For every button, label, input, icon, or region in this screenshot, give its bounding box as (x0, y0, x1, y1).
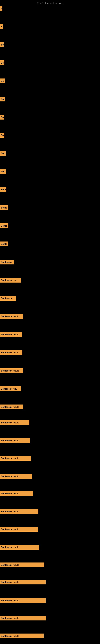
bar-label: Bottleneck result (0, 509, 38, 514)
bar-row: Bottleneck r (0, 296, 100, 301)
bar-row: Bottleneck result (0, 580, 100, 584)
bar-row: Bottleneck result (0, 420, 100, 425)
bar-row: Bottleneck result (0, 527, 100, 532)
bar-label: Bo (0, 42, 3, 47)
bar-label: Bottle (0, 242, 8, 246)
bar-row: B (0, 24, 100, 29)
bar-row: Bo (0, 78, 100, 83)
bar-row: Bottleneck (0, 260, 100, 264)
bar-row: Bottleneck result (0, 491, 100, 496)
bar-label: Bottleneck result (0, 438, 30, 443)
bar-label: Bottleneck result (0, 634, 44, 638)
bar-label: Bott (0, 169, 6, 174)
bar-row: Bottle (0, 224, 100, 228)
bar-label: Bottleneck result (0, 527, 38, 532)
bar-row: Bottleneck resu (0, 278, 100, 282)
bar-row: Bottleneck result (0, 404, 100, 409)
bar-label: Bottleneck result (0, 314, 23, 319)
bar-label: Bottleneck result (0, 332, 22, 337)
bar-row: Bo (0, 60, 100, 65)
bar-label: Bottleneck result (0, 404, 23, 409)
bar-label: Bottleneck r (0, 296, 16, 301)
bar-label: Bottleneck result (0, 420, 29, 425)
bar-row: Bottl (0, 187, 100, 192)
bar-row: Bottleneck result (0, 438, 100, 443)
bar-label: Bot (0, 96, 5, 102)
bar-label: Bottleneck (0, 260, 14, 264)
bar-label: Bottleneck resu (0, 386, 21, 391)
bar-row: Bottle (0, 242, 100, 246)
bar-row: Bottleneck result (0, 545, 100, 550)
bar-label: Bottleneck result (0, 474, 32, 479)
bar-row: Bottleneck result (0, 474, 100, 479)
bar-label: Bottleneck result (0, 580, 46, 584)
bar-label: Bottl (0, 187, 6, 192)
bar-label: Bo (0, 115, 4, 120)
bar-label: B (0, 24, 3, 29)
bar-label: Bottleneck result (0, 368, 23, 373)
bar-row: Bottleneck result (0, 634, 100, 638)
bar-label: Bo (0, 133, 4, 138)
bar-row: Bottleneck result (0, 509, 100, 514)
bar-row: Bottleneck result (0, 562, 100, 567)
bar-label: Bottleneck result (0, 456, 31, 461)
bar-label: Bottleneck result (0, 562, 44, 567)
bar-label: Bot (0, 151, 6, 156)
bar-label: Bottleneck result (0, 598, 46, 603)
bar-row: Bottleneck result (0, 350, 100, 355)
bar-row: Bot (0, 96, 100, 102)
bar-row: Bo (0, 133, 100, 138)
bar-row: Bottleneck result (0, 332, 100, 337)
bar-row: Bottleneck result (0, 314, 100, 319)
bar-row: Bottleneck result (0, 368, 100, 373)
bar-row: B (0, 6, 100, 11)
bar-row: Bott (0, 169, 100, 174)
bar-label: B (0, 6, 2, 11)
bar-label: Bottleneck resu (0, 278, 21, 282)
bar-label: Bo (0, 78, 5, 83)
bar-row: Bottleneck resu (0, 386, 100, 391)
bar-label: Bottle (0, 205, 8, 210)
bar-row: Bottleneck result (0, 456, 100, 461)
bar-row: Bo (0, 115, 100, 120)
site-title: TheBottlenecker.com (0, 0, 100, 6)
bar-label: Bottleneck result (0, 350, 22, 355)
bar-label: Bottleneck result (0, 491, 33, 496)
bar-label: Bottleneck result (0, 545, 39, 550)
bar-row: Bottleneck result (0, 598, 100, 603)
bar-row: Bo (0, 42, 100, 47)
bar-row: Bottleneck result (0, 616, 100, 620)
bar-label: Bottle (0, 224, 8, 228)
bar-row: Bottle (0, 205, 100, 210)
bar-row: Bot (0, 151, 100, 156)
bar-label: Bo (0, 60, 4, 65)
bar-label: Bottleneck result (0, 616, 46, 620)
